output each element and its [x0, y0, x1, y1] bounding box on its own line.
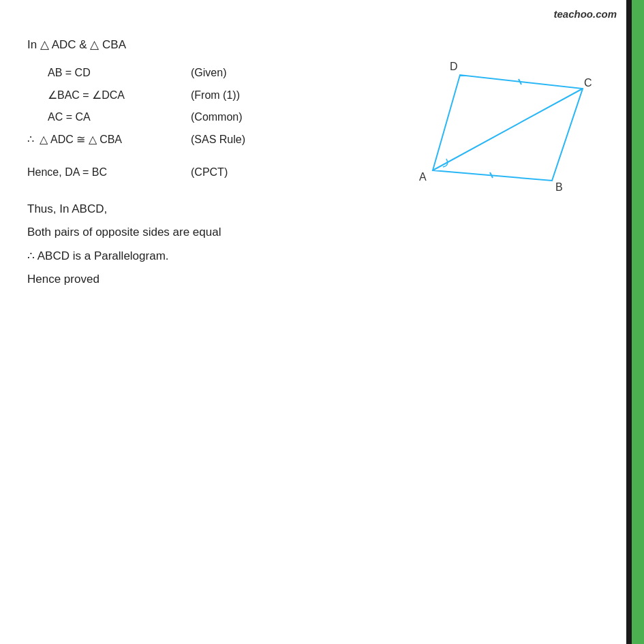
statement-angle-bac: ∠BAC = ∠DCA [27, 89, 177, 102]
conclusion-line4: Hence proved [27, 273, 603, 286]
green-bar [632, 0, 644, 644]
statement-ac-ca: AC = CA [27, 111, 177, 123]
therefore-reason: (SAS Rule) [177, 134, 245, 146]
reason-given: (Given) [177, 67, 226, 79]
statement-ab-cd: AB = CD [27, 67, 177, 79]
conclusion-line3: ∴ ABCD is a Parallelogram. [27, 249, 603, 263]
reason-from1: (From (1)) [177, 89, 240, 102]
proof-row-2: ∠BAC = ∠DCA (From (1)) [27, 89, 603, 102]
dark-bar [626, 0, 632, 644]
proof-row-1: AB = CD (Given) [27, 67, 603, 79]
main-content: In △ ADC & △ CBA AB = CD (Given) ∠BAC = … [27, 37, 603, 296]
proof-heading: In △ ADC & △ CBA [27, 37, 603, 52]
conclusion-block: Thus, In ABCD, Both pairs of opposite si… [27, 202, 603, 286]
proof-row-3: AC = CA (Common) [27, 111, 603, 123]
hence-row: Hence, DA = BC (CPCT) [27, 166, 603, 179]
therefore-row: ∴ △ ADC ≅ △ CBA (SAS Rule) [27, 133, 603, 146]
therefore-text: △ ADC ≅ △ CBA [40, 134, 122, 145]
conclusion-line1: Thus, In ABCD, [27, 202, 603, 216]
hence-statement: Hence, DA = BC [27, 166, 177, 179]
conclusion-line2: Both pairs of opposite sides are equal [27, 226, 603, 239]
therefore-statement: ∴ △ ADC ≅ △ CBA [27, 133, 177, 146]
reason-common: (Common) [177, 111, 243, 123]
hence-reason: (CPCT) [177, 166, 228, 179]
therefore-symbol: ∴ [27, 134, 34, 145]
watermark: teachoo.com [553, 8, 617, 20]
